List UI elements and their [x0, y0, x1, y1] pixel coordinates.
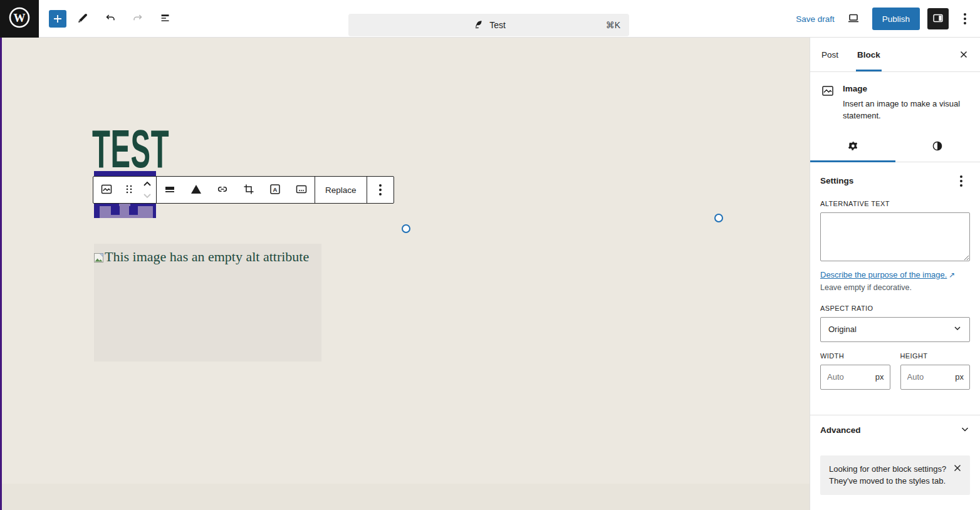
- settings-sidebar-toggle[interactable]: [927, 8, 949, 29]
- height-field: px: [900, 365, 971, 390]
- undo-icon: [103, 11, 117, 27]
- describe-purpose-link[interactable]: Describe the purpose of the image.↗: [820, 270, 955, 279]
- wordpress-logo-button[interactable]: W: [0, 0, 39, 38]
- close-icon: [958, 49, 969, 62]
- text-over-image-button[interactable]: A: [262, 177, 288, 203]
- settings-kebab-icon: [960, 175, 962, 187]
- tab-settings[interactable]: [810, 132, 895, 162]
- close-sidebar-button[interactable]: [955, 46, 972, 64]
- kebab-menu-icon: [964, 13, 966, 24]
- link-icon: [215, 182, 230, 199]
- advanced-section-toggle[interactable]: Advanced: [810, 415, 980, 445]
- width-field: px: [820, 365, 890, 390]
- document-overview-button[interactable]: [154, 8, 177, 30]
- align-icon: [162, 182, 177, 199]
- block-options-group: [367, 177, 394, 203]
- topbar-actions: Save draft Publish: [796, 0, 974, 38]
- chevron-down-icon: [953, 324, 962, 335]
- settings-options-button[interactable]: [952, 172, 970, 190]
- gear-icon: [846, 139, 860, 155]
- save-draft-button[interactable]: Save draft: [796, 14, 835, 24]
- resize-handle-left[interactable]: [402, 224, 410, 233]
- block-inserter-button[interactable]: [49, 10, 66, 28]
- options-menu-button[interactable]: [956, 8, 974, 30]
- editor-canvas[interactable]: TEST This image has an empty alt attribu…: [2, 38, 810, 510]
- sidebar-panel-icon: [931, 11, 945, 27]
- image-block-icon: [99, 182, 114, 199]
- tab-block[interactable]: Block: [856, 38, 882, 71]
- image-block-card-icon: [820, 83, 835, 122]
- block-card-description: Insert an image to make a visual stateme…: [843, 98, 968, 122]
- width-input[interactable]: [821, 372, 869, 382]
- drag-handle-icon: [123, 184, 135, 197]
- image-block-toolbar: A Replace: [93, 176, 394, 204]
- dismiss-notice-button[interactable]: [950, 462, 965, 477]
- duotone-filter-button[interactable]: [183, 177, 209, 203]
- command-title: Test: [489, 20, 506, 30]
- preview-button[interactable]: [842, 8, 865, 30]
- broken-image-with-alt[interactable]: This image has an empty alt attribute: [94, 249, 309, 267]
- broken-image-alt-text: This image has an empty alt attribute: [105, 249, 309, 265]
- alt-text-input[interactable]: [820, 212, 970, 261]
- laptop-icon: [846, 11, 861, 28]
- link-button[interactable]: [209, 177, 236, 203]
- aspect-ratio-value: Original: [828, 325, 857, 334]
- image-tools-group: A: [156, 177, 315, 203]
- crop-button[interactable]: [236, 177, 262, 203]
- pencil-icon: [76, 11, 90, 27]
- notice-close-icon: [952, 463, 962, 475]
- move-up-button[interactable]: [138, 177, 156, 190]
- post-heading[interactable]: TEST: [92, 122, 169, 175]
- image-block-type-button[interactable]: [93, 177, 120, 203]
- settings-styles-tabs: [810, 132, 980, 162]
- block-settings-notice: Looking for other block settings? They'v…: [820, 455, 970, 495]
- block-card-title: Image: [843, 84, 968, 93]
- move-down-button[interactable]: [138, 190, 156, 202]
- redo-icon: [131, 11, 145, 27]
- external-link-icon: ↗: [949, 271, 955, 279]
- dimension-fields: WIDTH px HEIGHT px: [820, 352, 970, 390]
- block-options-button[interactable]: [367, 177, 394, 203]
- redo-button[interactable]: [127, 8, 149, 30]
- tab-post[interactable]: Post: [820, 38, 840, 71]
- canvas-footer-band: [2, 484, 810, 510]
- command-shortcut: ⌘K: [606, 14, 620, 36]
- styles-contrast-icon: [930, 139, 944, 155]
- command-center-bar[interactable]: Test ⌘K: [348, 14, 629, 36]
- tab-styles[interactable]: [895, 132, 980, 162]
- aspect-ratio-label: ASPECT RATIO: [820, 304, 970, 312]
- resize-handle-right[interactable]: [714, 214, 723, 222]
- post-quill-icon: [472, 18, 484, 33]
- svg-text:W: W: [14, 11, 26, 24]
- drag-handle[interactable]: [120, 177, 138, 203]
- replace-button[interactable]: Replace: [315, 177, 367, 203]
- alt-text-label: ALTERNATIVE TEXT: [820, 200, 970, 207]
- caption-button[interactable]: [288, 177, 315, 203]
- toolbar-tools: [49, 0, 177, 38]
- publish-button[interactable]: Publish: [872, 8, 920, 30]
- height-unit: px: [955, 372, 964, 382]
- crop-icon: [241, 182, 256, 199]
- replace-group: Replace: [315, 177, 367, 203]
- block-kebab-icon: [379, 184, 382, 195]
- text-over-image-icon: A: [268, 182, 283, 199]
- settings-sidebar: Post Block Image Insert an image to make…: [810, 38, 980, 510]
- height-input[interactable]: [901, 372, 949, 382]
- settings-heading: Settings: [820, 176, 853, 185]
- height-label: HEIGHT: [900, 352, 971, 360]
- edit-tool-button[interactable]: [71, 8, 94, 30]
- wordpress-logo-icon: W: [8, 6, 31, 31]
- undo-button[interactable]: [99, 8, 122, 30]
- block-card: Image Insert an image to make a visual s…: [810, 72, 980, 132]
- decorative-note: Leave empty if decorative.: [820, 283, 970, 292]
- settings-panel: Settings ALTERNATIVE TEXT Describe the p…: [810, 162, 980, 400]
- advanced-chevron-icon: [960, 424, 970, 436]
- align-button[interactable]: [157, 177, 183, 203]
- broken-image-icon: [94, 251, 104, 267]
- block-mover: [138, 177, 156, 203]
- svg-text:A: A: [273, 186, 278, 193]
- caption-icon: [294, 182, 309, 199]
- advanced-label: Advanced: [820, 425, 861, 435]
- list-view-icon: [159, 11, 172, 27]
- aspect-ratio-select[interactable]: Original: [820, 317, 970, 342]
